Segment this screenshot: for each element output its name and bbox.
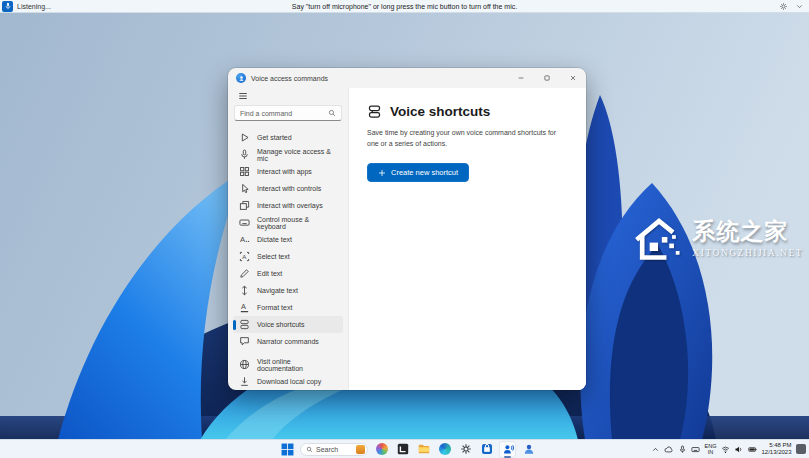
sidebar-item-label: Voice shortcuts — [257, 321, 304, 328]
play-icon — [239, 132, 250, 143]
sidebar-item-label: Download local copy — [257, 378, 321, 385]
sidebar-item-label: Get started — [257, 134, 292, 141]
taskbar-app-people[interactable] — [521, 442, 536, 457]
gear-icon[interactable] — [779, 2, 788, 11]
globe-icon — [239, 359, 250, 370]
taskbar-app-photos[interactable] — [374, 442, 389, 457]
sidebar-item-label: Interact with controls — [257, 185, 321, 192]
sidebar-item-label: Format text — [257, 304, 292, 311]
voice-hint-text: Say "turn off microphone" or long press … — [0, 3, 809, 10]
page-title: Voice shortcuts — [390, 104, 490, 119]
store-icon — [481, 443, 493, 455]
sidebar-item-download-local-copy[interactable]: Download local copy — [233, 373, 343, 390]
keyboard-icon — [239, 217, 250, 228]
svg-text:A: A — [242, 254, 247, 260]
taskbar-app-voice-access[interactable] — [500, 442, 515, 457]
taskbar-app-settings[interactable] — [458, 442, 473, 457]
sidebar-item-visit-online-documentation[interactable]: Visit online documentation — [233, 356, 343, 373]
screen: Listening... Say "turn off microphone" o… — [0, 0, 809, 458]
sidebar: Find a command Get startedManage voice a… — [228, 88, 348, 390]
search-highlight-icon[interactable] — [356, 445, 365, 454]
file-explorer-icon — [418, 443, 430, 455]
sidebar-nav: Get startedManage voice access & micInte… — [233, 129, 343, 390]
mic-icon — [239, 149, 250, 160]
taskbar-app-file-explorer[interactable] — [416, 442, 431, 457]
dark-app-icon — [397, 443, 409, 455]
voice-access-icon — [502, 443, 514, 455]
sidebar-item-label: Dictate text — [257, 236, 292, 243]
cursor-icon — [239, 183, 250, 194]
sidebar-item-get-started[interactable]: Get started — [233, 129, 343, 146]
battery-icon[interactable] — [748, 445, 757, 454]
taskbar-app-edge[interactable] — [437, 442, 452, 457]
notification-icon[interactable] — [796, 444, 806, 454]
main-content: Voice shortcuts Save time by creating yo… — [348, 88, 586, 390]
speaker-icon[interactable] — [734, 445, 743, 454]
download-icon — [239, 376, 250, 387]
tray-chevron-up-icon[interactable] — [651, 445, 660, 454]
watermark-title: 系统之家 — [692, 216, 803, 247]
watermark: 系统之家 XITONGZHIJIA.NET — [631, 209, 803, 265]
voice-access-app-icon — [236, 73, 246, 83]
sidebar-item-dictate-text[interactable]: ADictate text — [233, 231, 343, 248]
window-title: Voice access commands — [251, 75, 328, 82]
clock[interactable]: 5:48 PM 12/13/2023 — [761, 442, 791, 456]
hamburger-icon — [238, 91, 248, 101]
taskbar-search-box[interactable]: Search — [300, 443, 368, 456]
watermark-house-icon — [631, 209, 687, 265]
sidebar-item-label: Edit text — [257, 270, 282, 277]
sidebar-item-control-mouse-keyboard[interactable]: Control mouse & keyboard — [233, 214, 343, 231]
start-button[interactable] — [281, 443, 294, 456]
window-titlebar[interactable]: Voice access commands — [228, 68, 586, 88]
find-command-placeholder: Find a command — [240, 110, 328, 117]
sidebar-item-label: Interact with overlays — [257, 202, 323, 209]
narrator-icon — [239, 336, 250, 347]
touch-keyboard-icon[interactable] — [691, 445, 700, 454]
windows-logo-icon — [281, 443, 294, 456]
chevron-down-icon[interactable] — [795, 2, 804, 11]
sidebar-item-navigate-text[interactable]: Navigate text — [233, 282, 343, 299]
select-icon: A — [239, 251, 250, 262]
listening-status: Listening... — [17, 3, 51, 10]
settings-gear-icon — [460, 443, 472, 455]
people-icon — [523, 443, 535, 455]
sidebar-item-label: Control mouse & keyboard — [257, 216, 337, 230]
sidebar-item-edit-text[interactable]: Edit text — [233, 265, 343, 282]
sidebar-item-label: Visit online documentation — [257, 358, 337, 372]
taskbar-search-label: Search — [316, 446, 353, 453]
watermark-subtitle: XITONGZHIJIA.NET — [692, 248, 803, 258]
tray-microphone-icon[interactable] — [678, 445, 687, 454]
taskbar: Search ENG IN 5:48 PM 12/13/2023 — [0, 439, 809, 458]
close-button[interactable] — [560, 68, 586, 88]
tray-time: 5:48 PM — [761, 442, 791, 449]
sidebar-item-select-text[interactable]: ASelect text — [233, 248, 343, 265]
sidebar-item-label: Interact with apps — [257, 168, 312, 175]
sidebar-item-label: Navigate text — [257, 287, 298, 294]
find-command-input[interactable]: Find a command — [234, 105, 342, 121]
sidebar-item-interact-with-apps[interactable]: Interact with apps — [233, 163, 343, 180]
sidebar-item-format-text[interactable]: AFormat text — [233, 299, 343, 316]
edge-icon — [439, 443, 451, 455]
minimize-button[interactable] — [508, 68, 534, 88]
tray-date: 12/13/2023 — [761, 449, 791, 456]
voice-shortcuts-icon — [367, 104, 382, 119]
sidebar-item-label: Narrator commands — [257, 338, 319, 345]
apps-icon — [239, 166, 250, 177]
sidebar-item-narrator-commands[interactable]: Narrator commands — [233, 333, 343, 350]
voice-access-commands-window: Voice access commands Find a command Get… — [228, 68, 586, 390]
sidebar-item-voice-shortcuts[interactable]: Voice shortcuts — [233, 316, 343, 333]
taskbar-app-dark-app[interactable] — [395, 442, 410, 457]
edit-icon — [239, 268, 250, 279]
onedrive-cloud-icon[interactable] — [664, 445, 673, 454]
taskbar-app-store[interactable] — [479, 442, 494, 457]
sidebar-item-interact-with-controls[interactable]: Interact with controls — [233, 180, 343, 197]
language-indicator[interactable]: ENG IN — [705, 443, 717, 455]
hamburger-button[interactable] — [233, 90, 262, 102]
sidebar-item-manage-voice-access-mic[interactable]: Manage voice access & mic — [233, 146, 343, 163]
create-new-shortcut-button[interactable]: Create new shortcut — [367, 163, 469, 182]
sidebar-item-interact-with-overlays[interactable]: Interact with overlays — [233, 197, 343, 214]
maximize-button[interactable] — [534, 68, 560, 88]
wifi-icon[interactable] — [721, 445, 730, 454]
page-description: Save time by creating your own voice com… — [367, 128, 568, 150]
svg-text:A: A — [240, 235, 246, 244]
